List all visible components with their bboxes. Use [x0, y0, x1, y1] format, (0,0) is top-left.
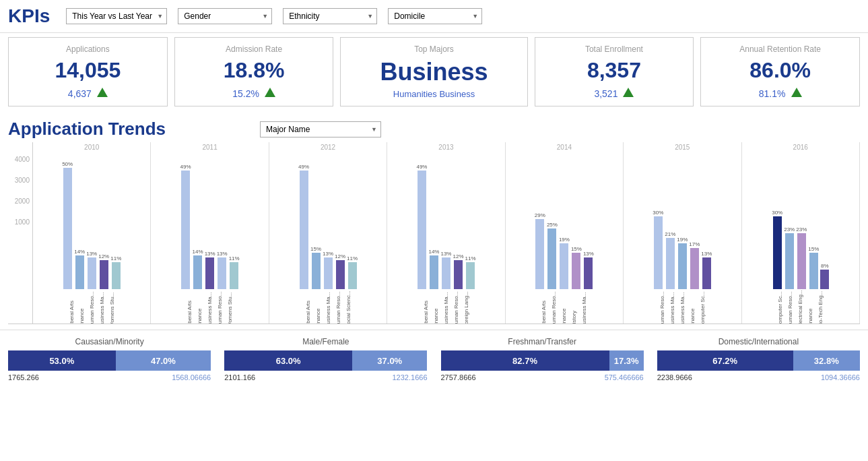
gender-dropdown[interactable]: Gender Male Female [178, 8, 272, 24]
bar-label-wrap: Computer Sc... [776, 290, 784, 324]
arrow-up-icon [97, 88, 108, 97]
seg2: 17.3% [609, 350, 644, 371]
year-label: 2013 [387, 144, 504, 151]
bar-wrap: 49% [180, 164, 191, 289]
label-row: Liberal ArtsFinanceHuman Reso...Business… [33, 290, 150, 324]
bar-label-wrap: Social Scienc... [344, 290, 353, 324]
bar-chart: 4000 3000 2000 1000 201050%14%13%12%11%L… [8, 142, 860, 324]
bar-pct: 14% [428, 249, 439, 255]
bar-rect [560, 243, 568, 289]
bar-label-wrap: Finance [432, 290, 440, 324]
ethnicity-dropdown[interactable]: Ethnicity Caucasian Minority [283, 8, 377, 24]
num-light: 1232.1666 [393, 373, 428, 381]
kpi-admission-label: Admission Rate [185, 44, 324, 54]
bar-label-wrap: Liberal Arts [539, 290, 548, 324]
bottom-nums: 1765.266 1568.06666 [8, 373, 211, 381]
label-row: Computer Sc...Human Reso...Electrical En… [742, 290, 859, 324]
bottom-nums: 2101.166 1232.1666 [224, 373, 427, 381]
bar-label: Liberal Arts [423, 290, 429, 324]
bar-wrap: 30% [772, 210, 782, 289]
bar-label-wrap: Business Ma... [205, 290, 214, 324]
bar-wrap: 17% [689, 241, 700, 289]
time-dropdown[interactable]: This Year vs Last Year This Year Last Ye… [66, 8, 167, 24]
bar-wrap: 11% [229, 255, 240, 289]
year-group-2011: 201149%14%13%13%11%Liberal ArtsFinanceBu… [151, 142, 269, 324]
bar-rect [88, 257, 96, 289]
label-row: Liberal ArtsFinanceBusiness Ma...Human R… [387, 290, 504, 324]
bar-label: Business Ma... [207, 290, 213, 324]
label-row: Liberal ArtsFinanceBusiness Ma...Human R… [269, 290, 387, 324]
seg1: 82.7% [441, 350, 609, 371]
arrow-up-icon [791, 88, 802, 97]
bar-rect [535, 219, 544, 289]
bar-rect [430, 255, 438, 289]
bar-pct: 14% [74, 249, 85, 255]
kpi-enrollment-sub-row: 3,521 [545, 86, 684, 99]
bar-label: Human Reso... [453, 290, 459, 324]
stacked-bar: 53.0% 47.0% [8, 350, 211, 371]
bar-wrap: 13% [217, 251, 228, 289]
bar-pct: 12% [453, 253, 463, 259]
bottom-item-3: Domestic/International 67.2% 32.8% 2238.… [657, 337, 860, 381]
bottom-label: Freshman/Transfer [441, 337, 644, 346]
bar-label: Electrical Eng... [797, 290, 803, 324]
bar-wrap: 14% [428, 249, 439, 289]
bar-wrap: 8% [820, 263, 829, 289]
bar-rect [324, 257, 333, 289]
bars-row: 29%25%19%15%13% [506, 154, 623, 289]
bar-pct: 19% [677, 237, 688, 243]
kpi-retention-label: Annual Retention Rate [710, 44, 850, 54]
bar-wrap: 23% [796, 226, 807, 289]
bar-label: Finance [807, 290, 813, 324]
year-label: 2010 [33, 144, 150, 151]
bar-label-wrap: Finance [806, 290, 815, 324]
bar-label-wrap: Human Reso... [215, 290, 224, 324]
bar-wrap: 49% [416, 164, 427, 289]
bar-pct: 21% [665, 231, 675, 237]
ethnicity-dropdown-wrap[interactable]: Ethnicity Caucasian Minority [283, 8, 377, 24]
bars-row: 30%21%19%17%13% [624, 154, 741, 289]
bar-pct: 13% [440, 251, 451, 257]
bar-wrap: 13% [440, 251, 451, 289]
bottom-item-0: Causasian/Minority 53.0% 47.0% 1765.266 … [8, 337, 211, 381]
gender-dropdown-wrap[interactable]: Gender Male Female [178, 8, 272, 24]
bar-pct: 14% [193, 249, 203, 255]
bar-label-wrap: Human Reso... [334, 290, 343, 324]
bar-pct: 50% [62, 161, 73, 167]
bars-row: 49%15%13%12%11% [269, 154, 387, 289]
bottom-nums: 2238.9666 1094.36666 [657, 373, 860, 381]
bar-label: Business Ma... [669, 290, 675, 324]
domicile-dropdown-wrap[interactable]: Domicile Domestic International [388, 8, 482, 24]
bars-row: 50%14%13%12%11% [33, 154, 150, 289]
bar-pct: 15% [808, 246, 819, 252]
bar-rect [547, 228, 556, 289]
bars-row: 30%23%23%15%8% [742, 154, 859, 289]
bar-rect [809, 253, 818, 289]
bar-rect [230, 262, 238, 289]
bar-label-wrap: Liberal Arts [67, 290, 76, 324]
seg1: 53.0% [8, 350, 116, 371]
bar-label: Business Ma... [581, 290, 587, 324]
year-group-2016: 201630%23%23%15%8%Computer Sc...Human Re… [742, 142, 860, 324]
bar-rect [678, 243, 687, 289]
bar-rect [75, 255, 84, 289]
major-dropdown[interactable]: Major Name [260, 121, 381, 137]
bar-label-wrap: Liberal Arts [185, 290, 194, 324]
bar-pct: 13% [583, 251, 594, 257]
trends-title: Application Trends [8, 119, 166, 140]
bar-label: Computer Sc... [700, 290, 706, 324]
time-dropdown-wrap[interactable]: This Year vs Last Year This Year Last Ye… [66, 8, 167, 24]
bar-pct: 49% [416, 164, 427, 170]
major-dropdown-wrap[interactable]: Major Name [260, 121, 381, 137]
stacked-bar: 82.7% 17.3% [441, 350, 644, 371]
bar-wrap: 19% [677, 237, 688, 289]
num-dark: 2101.166 [224, 373, 255, 381]
num-light: 575.466666 [605, 373, 644, 381]
label-row: Human Reso...Business Ma...Business Ma..… [624, 290, 741, 324]
bar-label-wrap: Business Ma... [678, 290, 687, 324]
kpi-admission: Admission Rate 18.8% 15.2% [174, 37, 334, 106]
bar-wrap: 13% [583, 251, 594, 289]
y-label-2000: 2000 [15, 197, 30, 205]
seg2: 37.0% [352, 350, 427, 371]
domicile-dropdown[interactable]: Domicile Domestic International [388, 8, 482, 24]
